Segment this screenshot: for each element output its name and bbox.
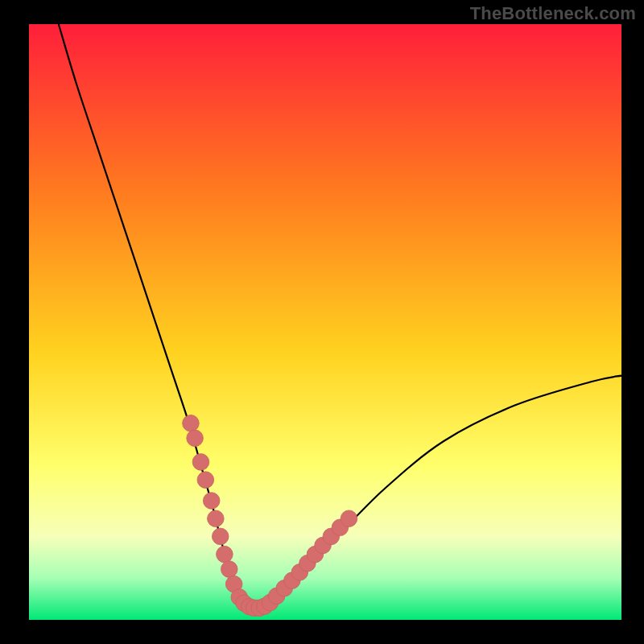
chart-stage: TheBottleneck.com [0,0,644,644]
marker-left [221,561,237,578]
bottleneck-chart [0,0,644,644]
marker-left [212,528,229,545]
marker-left [187,430,204,447]
marker-left [183,415,200,432]
marker-right [341,510,357,527]
marker-left [203,493,220,510]
marker-left [197,472,214,489]
marker-left [192,454,209,471]
marker-left [208,510,225,527]
marker-left [217,546,233,563]
watermark-text: TheBottleneck.com [470,3,636,24]
